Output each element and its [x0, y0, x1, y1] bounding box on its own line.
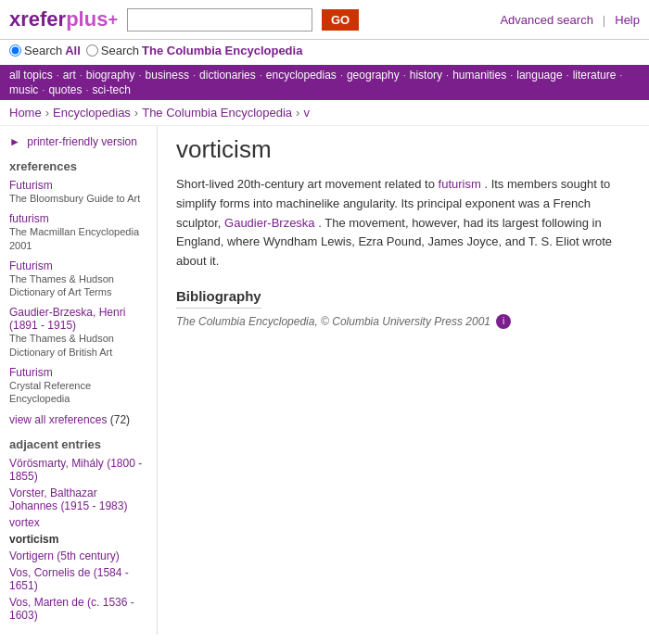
content: vorticism Short-lived 20th-century art m…	[158, 126, 649, 635]
breadcrumb-separator: ›	[296, 106, 299, 120]
nav-item-geography[interactable]: geography	[347, 69, 400, 82]
xref-source-0: The Bloomsbury Guide to Art	[9, 192, 147, 205]
breadcrumb-item-3[interactable]: v	[303, 106, 310, 120]
xref-link-1[interactable]: futurism	[9, 212, 147, 225]
breadcrumb-item-0[interactable]: Home	[9, 106, 42, 120]
article-title: vorticism	[176, 135, 630, 164]
breadcrumb-item-1[interactable]: Encyclopedias	[53, 106, 131, 120]
nav-item-quotes[interactable]: quotes	[48, 83, 82, 96]
logo: xreferplus+	[9, 7, 118, 32]
nav-item-art[interactable]: art	[63, 69, 76, 82]
go-button[interactable]: GO	[322, 9, 359, 31]
breadcrumb-item-2[interactable]: The Columbia Encyclopedia	[142, 106, 292, 120]
gaudier-link[interactable]: Gaudier-Brzeska	[224, 216, 315, 230]
bibliography-source: The Columbia Encyclopedia, © Columbia Un…	[176, 314, 630, 329]
adj-entry: Vorster, Balthazar Johannes (1915 - 1983…	[9, 486, 147, 512]
search-columbia-option[interactable]: Search The Columbia Encyclopedia	[86, 44, 303, 57]
nav-item-sci-tech[interactable]: sci-tech	[93, 83, 131, 96]
adj-entry: Vos, Marten de (c. 1536 - 1603)	[9, 596, 147, 622]
xrefs-list: FuturismThe Bloomsbury Guide to Artfutur…	[9, 179, 147, 406]
xref-entry: FuturismCrystal Reference Encyclopedia	[9, 366, 147, 406]
xref-source-1: The Macmillan Encyclopedia 2001	[9, 225, 147, 252]
nav-item-history[interactable]: history	[410, 69, 442, 82]
nav-item-business[interactable]: business	[146, 69, 189, 82]
adj-link-6[interactable]: Vos, Marten de (c. 1536 - 1603)	[9, 596, 134, 622]
bibliography-title: Bibliography	[176, 288, 261, 309]
xref-entry: FuturismThe Bloomsbury Guide to Art	[9, 179, 147, 205]
nav-separator: ·	[85, 84, 88, 95]
nav-separator: ·	[446, 69, 449, 81]
help-link[interactable]: Help	[615, 13, 640, 27]
nav-item-biography[interactable]: biography	[86, 69, 135, 82]
printer-friendly-link[interactable]: printer-friendly version	[27, 135, 137, 148]
search-columbia-label: Search	[101, 44, 139, 57]
nav-separator: ·	[340, 69, 343, 81]
sidebar: ► printer-friendly version xreferences F…	[0, 126, 158, 635]
logo-text: xrefer	[9, 7, 66, 32]
nav-item-encyclopedias[interactable]: encyclopedias	[266, 69, 337, 82]
adj-entry: Vörösmarty, Mihály (1800 - 1855)	[9, 457, 147, 483]
view-all-xref-link[interactable]: view all xreferences	[9, 413, 107, 426]
printer-friendly-icon: ►	[9, 135, 20, 148]
adjacent-entries-list: Vörösmarty, Mihály (1800 - 1855)Vorster,…	[9, 457, 147, 622]
body-text-1: Short-lived 20th-century art movement re…	[176, 177, 435, 191]
futurism-link[interactable]: futurism	[439, 177, 481, 191]
bibliography-source-text: The Columbia Encyclopedia, © Columbia Un…	[176, 315, 490, 328]
logo-plus: plus	[66, 7, 108, 32]
adj-entry: vortex	[9, 516, 147, 529]
xref-link-2[interactable]: Futurism	[9, 259, 147, 272]
adj-entry: vorticism	[9, 533, 147, 546]
search-columbia-name: The Columbia Encyclopedia	[142, 44, 302, 57]
xref-count: (72)	[110, 413, 130, 426]
header-separator: |	[603, 13, 605, 27]
search-all-option[interactable]: Search All	[9, 44, 81, 57]
nav-separator: ·	[139, 69, 142, 81]
xref-entry: Gaudier-Brzeska, Henri (1891 - 1915)The …	[9, 306, 147, 359]
adjacent-entries-title: adjacent entries	[9, 437, 147, 451]
xref-link-0[interactable]: Futurism	[9, 179, 147, 192]
nav-separator: ·	[566, 69, 569, 81]
nav-item-all-topics[interactable]: all topics	[9, 69, 53, 82]
logo-icon: +	[108, 10, 118, 30]
article-body: Short-lived 20th-century art movement re…	[176, 175, 630, 271]
header: xreferplus+ GO Advanced search | Help	[0, 0, 649, 40]
nav-item-humanities[interactable]: humanities	[452, 69, 506, 82]
breadcrumb-separator: ›	[134, 106, 138, 120]
advanced-search-link[interactable]: Advanced search	[500, 13, 592, 27]
xref-source-4: Crystal Reference Encyclopedia	[9, 379, 147, 406]
search-columbia-radio[interactable]	[86, 44, 98, 57]
nav-item-literature[interactable]: literature	[573, 69, 617, 82]
nav-bar: all topics·art·biography·business·dictio…	[0, 65, 649, 100]
header-links: Advanced search | Help	[500, 13, 640, 27]
xref-source-2: The Thames & Hudson Dictionary of Art Te…	[9, 272, 147, 299]
nav-separator: ·	[57, 69, 59, 81]
nav-separator: ·	[510, 69, 513, 81]
search-all-name: All	[65, 44, 81, 57]
xref-link-3[interactable]: Gaudier-Brzeska, Henri (1891 - 1915)	[9, 306, 147, 332]
nav-item-dictionaries[interactable]: dictionaries	[199, 69, 256, 82]
adj-entry: Vortigern (5th century)	[9, 549, 147, 562]
adj-link-2[interactable]: vortex	[9, 516, 40, 529]
xref-link-4[interactable]: Futurism	[9, 366, 147, 379]
search-options: Search All Search The Columbia Encyclope…	[0, 40, 649, 65]
xreferences-title: xreferences	[9, 159, 147, 173]
bibliography-section: Bibliography The Columbia Encyclopedia, …	[176, 288, 630, 329]
xref-entry: futurismThe Macmillan Encyclopedia 2001	[9, 212, 147, 252]
search-all-label: Search	[24, 44, 62, 57]
adj-link-0[interactable]: Vörösmarty, Mihály (1800 - 1855)	[9, 457, 142, 483]
info-icon[interactable]: i	[496, 314, 511, 329]
nav-item-music[interactable]: music	[9, 83, 38, 96]
nav-separator: ·	[80, 69, 83, 81]
adj-link-4[interactable]: Vortigern (5th century)	[9, 549, 120, 562]
nav-separator: ·	[193, 69, 196, 81]
nav-separator: ·	[619, 69, 622, 81]
adj-link-1[interactable]: Vorster, Balthazar Johannes (1915 - 1983…	[9, 486, 127, 512]
nav-separator: ·	[42, 84, 45, 95]
search-all-radio[interactable]	[9, 44, 21, 57]
search-input[interactable]	[127, 8, 312, 32]
breadcrumb: Home › Encyclopedias › The Columbia Ency…	[0, 100, 649, 126]
nav-item-language[interactable]: language	[516, 69, 562, 82]
xref-entry: FuturismThe Thames & Hudson Dictionary o…	[9, 259, 147, 299]
adj-entry: Vos, Cornelis de (1584 - 1651)	[9, 566, 147, 592]
adj-link-5[interactable]: Vos, Cornelis de (1584 - 1651)	[9, 566, 129, 592]
